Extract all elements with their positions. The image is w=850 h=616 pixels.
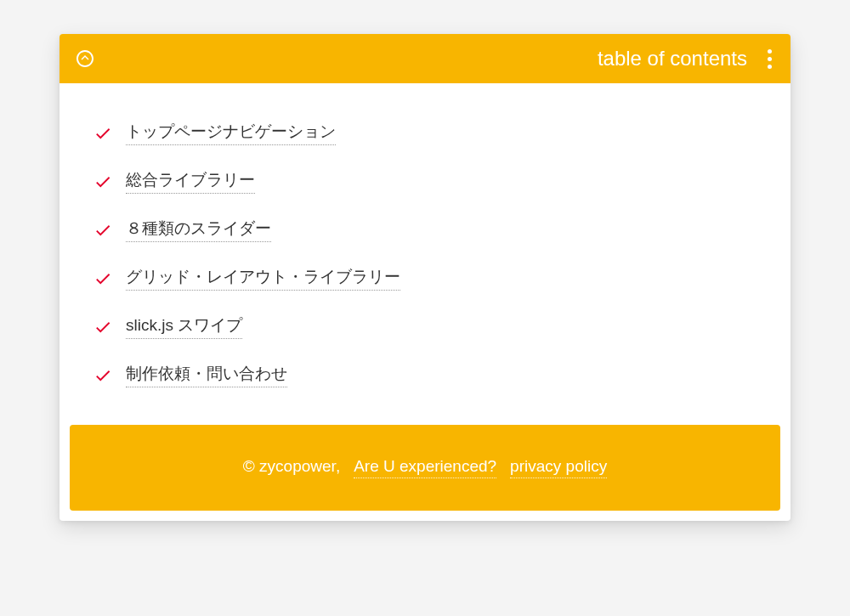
collapse-icon[interactable]: [75, 48, 95, 69]
panel-content: トップページナビゲーション 総合ライブラリー ８種類のスライダー グリッド・レイ…: [60, 83, 790, 425]
toc-item: 総合ライブラリー: [94, 157, 756, 206]
toc-item: ８種類のスライダー: [94, 206, 756, 254]
toc-link[interactable]: トップページナビゲーション: [126, 121, 336, 145]
panel-header: table of contents: [60, 34, 790, 83]
toc-link[interactable]: ８種類のスライダー: [126, 218, 271, 242]
footer-text: © zycopower, Are U experienced? privacy …: [243, 457, 607, 478]
toc-link[interactable]: slick.js スワイプ: [126, 314, 242, 339]
check-icon: [94, 172, 112, 191]
toc-item: slick.js スワイプ: [94, 302, 756, 351]
toc-link[interactable]: 総合ライブラリー: [126, 169, 255, 194]
check-icon: [94, 366, 112, 385]
toc-item: グリッド・レイアウト・ライブラリー: [94, 254, 756, 302]
header-left: [75, 48, 95, 69]
toc-link[interactable]: グリッド・レイアウト・ライブラリー: [126, 266, 400, 291]
panel-footer: © zycopower, Are U experienced? privacy …: [70, 425, 780, 511]
check-icon: [94, 318, 112, 336]
check-icon: [94, 221, 112, 240]
check-icon: [94, 269, 112, 288]
footer-copyright: © zycopower,: [243, 457, 340, 476]
more-menu-icon[interactable]: [764, 46, 775, 72]
card-panel: table of contents トップページナビゲーション 総合ライブラリー: [60, 34, 790, 521]
toc-item: トップページナビゲーション: [94, 109, 756, 157]
footer-link-privacy[interactable]: privacy policy: [510, 457, 607, 478]
toc-link[interactable]: 制作依頼・問い合わせ: [126, 363, 287, 387]
toc-list: トップページナビゲーション 総合ライブラリー ８種類のスライダー グリッド・レイ…: [94, 109, 756, 399]
toc-item: 制作依頼・問い合わせ: [94, 351, 756, 399]
check-icon: [94, 124, 112, 143]
panel-title: table of contents: [598, 47, 747, 71]
footer-link-experienced[interactable]: Are U experienced?: [354, 457, 496, 478]
